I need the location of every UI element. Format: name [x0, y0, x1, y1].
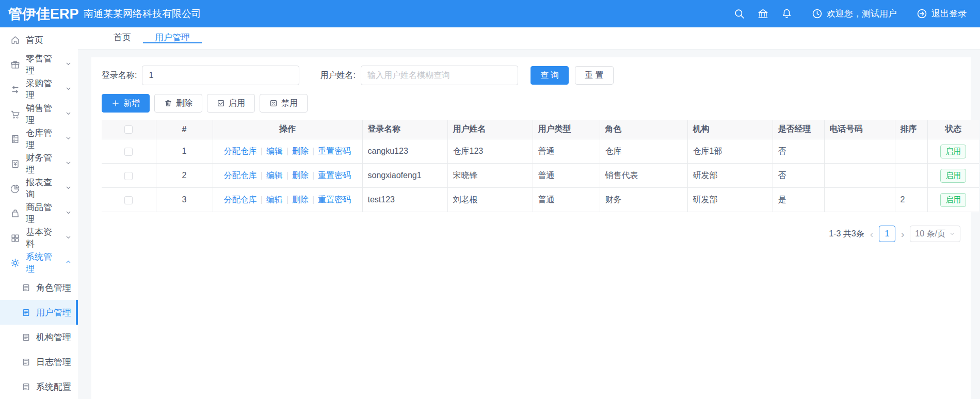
main-area: 首页 零售管理 采购管理 销售管理 仓库管理 [0, 27, 980, 399]
select-all-checkbox[interactable] [124, 125, 133, 134]
edit-link[interactable]: 编辑 [266, 171, 283, 180]
status-badge[interactable]: 启用 [940, 193, 966, 207]
edit-link[interactable]: 编辑 [266, 195, 283, 204]
sidebar-item-label: 用户管理 [36, 307, 71, 318]
notifications-bell-icon[interactable] [775, 8, 798, 19]
sidebar-item-log-mgmt[interactable]: 日志管理 [0, 349, 78, 374]
sidebar-item-label: 采购管理 [26, 77, 59, 101]
reset-button[interactable]: 重 置 [575, 66, 613, 85]
sidebar-item-sales[interactable]: 销售管理 [0, 102, 78, 126]
row-checkbox[interactable] [124, 172, 133, 180]
sidebar-item-basic-data[interactable]: 基本资料 [0, 226, 78, 250]
search-icon[interactable] [727, 8, 751, 19]
link-separator: | [312, 195, 314, 204]
table-row: 3 分配仓库|编辑|删除|重置密码 test123 刘老根 普通 财务 研发部 [102, 188, 979, 212]
bank-icon[interactable] [751, 8, 775, 19]
col-actions: 操作 [213, 120, 362, 139]
login-name-input[interactable] [142, 66, 299, 85]
link-separator: | [312, 147, 314, 155]
sidebar-item-purchase[interactable]: 采购管理 [0, 77, 78, 102]
sidebar-item-retail[interactable]: 零售管理 [0, 52, 78, 77]
pagination-total: 1-3 共3条 [829, 229, 864, 240]
pie-chart-icon [10, 184, 20, 194]
tab-bar: 首页 用户管理 [78, 27, 980, 50]
next-page-button[interactable]: › [901, 229, 904, 239]
delete-link[interactable]: 删除 [292, 147, 309, 155]
sidebar-item-label: 日志管理 [36, 356, 71, 368]
chevron-down-icon [65, 233, 72, 243]
storage-cabinet-icon [10, 134, 20, 144]
tab-home[interactable]: 首页 [102, 27, 143, 49]
page-size-value: 10 条/页 [915, 229, 945, 240]
link-separator: | [286, 147, 288, 155]
login-name-label: 登录名称: [102, 70, 137, 81]
sidebar-item-role-mgmt[interactable]: 角色管理 [0, 275, 78, 300]
content-area: 首页 用户管理 登录名称: 用户姓名: 查 询 重 置 [78, 27, 980, 399]
row-checkbox[interactable] [124, 196, 133, 204]
sidebar-item-label: 仓库管理 [26, 127, 59, 151]
welcome-text: 欢迎您，测试用户 [827, 8, 897, 20]
sidebar-item-home[interactable]: 首页 [0, 27, 78, 52]
assign-warehouse-link[interactable]: 分配仓库 [224, 171, 257, 180]
cell-role: 财务 [600, 188, 687, 212]
cell-type: 普通 [533, 188, 600, 212]
sidebar-item-label: 系统管理 [26, 251, 59, 275]
assign-warehouse-link[interactable]: 分配仓库 [224, 147, 257, 155]
chevron-down-icon [65, 84, 72, 94]
cell-phone [824, 164, 895, 188]
link-separator: | [286, 171, 288, 180]
page-body: 登录名称: 用户姓名: 查 询 重 置 新增 [78, 50, 980, 399]
row-checkbox[interactable] [124, 148, 133, 156]
add-button[interactable]: 新增 [102, 94, 150, 113]
cell-sort [895, 139, 927, 164]
trash-icon [164, 99, 172, 107]
tab-user-mgmt[interactable]: 用户管理 [143, 27, 202, 49]
status-badge[interactable]: 启用 [940, 169, 966, 183]
shopping-cart-icon [10, 109, 20, 119]
reset-password-link[interactable]: 重置密码 [318, 195, 351, 204]
reset-password-link[interactable]: 重置密码 [318, 171, 351, 180]
sidebar-item-system[interactable]: 系统管理 [0, 250, 78, 275]
disable-button[interactable]: 禁用 [260, 94, 308, 113]
status-badge[interactable]: 启用 [940, 145, 966, 158]
delete-link[interactable]: 删除 [292, 195, 309, 204]
chevron-down-icon [65, 158, 72, 169]
sidebar-item-org-mgmt[interactable]: 机构管理 [0, 325, 78, 349]
delete-button[interactable]: 删除 [154, 94, 202, 113]
user-name-input[interactable] [361, 66, 518, 85]
cell-login: songxiaofeng1 [362, 164, 447, 188]
col-sort: 排序 [895, 120, 927, 139]
enable-button[interactable]: 启用 [207, 94, 255, 113]
sidebar-item-finance[interactable]: 财务管理 [0, 151, 78, 176]
chevron-down-icon [65, 109, 72, 119]
app-logo[interactable]: 管伊佳ERP [0, 5, 76, 23]
col-phone: 电话号码 [824, 120, 895, 139]
shopping-bag-icon [10, 209, 20, 218]
cell-index: 3 [156, 188, 213, 212]
user-name-label: 用户姓名: [320, 70, 355, 81]
sidebar-item-warehouse[interactable]: 仓库管理 [0, 126, 78, 151]
sidebar-item-label: 基本资料 [26, 226, 59, 250]
cell-org: 研发部 [687, 188, 773, 212]
delete-link[interactable]: 删除 [292, 171, 309, 180]
search-button[interactable]: 查 询 [531, 66, 569, 85]
assign-warehouse-link[interactable]: 分配仓库 [224, 195, 257, 204]
prev-page-button[interactable]: ‹ [870, 229, 873, 239]
edit-link[interactable]: 编辑 [266, 147, 283, 155]
col-name: 用户姓名 [447, 120, 533, 139]
logout-button[interactable]: 退出登录 [917, 8, 967, 20]
sidebar-item-label: 报表查询 [26, 177, 59, 200]
page-number-button[interactable]: 1 [879, 226, 895, 242]
sidebar-item-user-mgmt[interactable]: 用户管理 [0, 300, 78, 325]
sidebar-item-reports[interactable]: 报表查询 [0, 176, 78, 201]
sidebar-item-goods[interactable]: 商品管理 [0, 201, 78, 226]
welcome-user[interactable]: 欢迎您，测试用户 [812, 8, 897, 20]
sidebar-item-sys-config[interactable]: 系统配置 [0, 374, 78, 399]
app-root: 管伊佳ERP 南通某某网络科技有限公司 欢迎您，测试用户 退出登录 首页 [0, 0, 980, 399]
sidebar-item-label: 零售管理 [26, 53, 59, 76]
cell-manager: 是 [773, 188, 824, 212]
col-login: 登录名称 [362, 120, 447, 139]
col-status: 状态 [927, 120, 979, 139]
page-size-select[interactable]: 10 条/页 [910, 226, 960, 242]
reset-password-link[interactable]: 重置密码 [318, 147, 351, 155]
